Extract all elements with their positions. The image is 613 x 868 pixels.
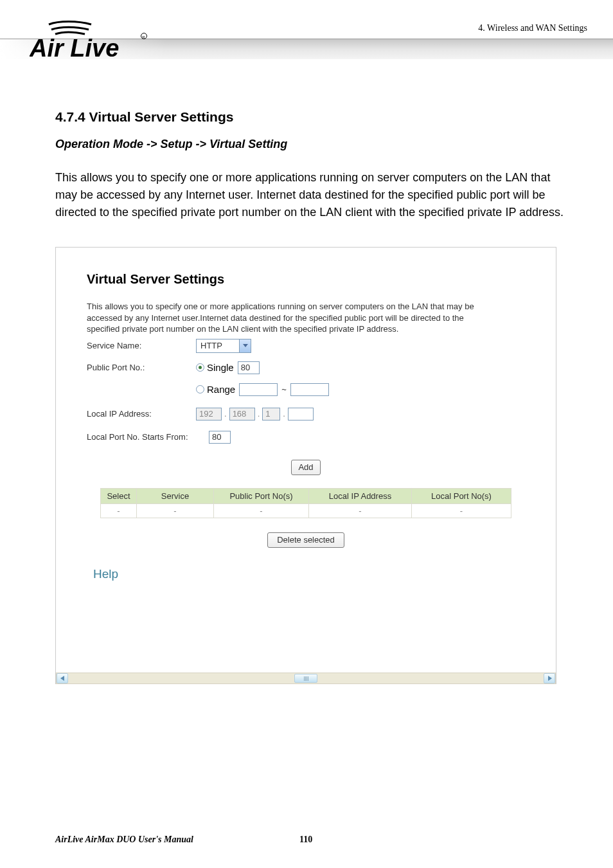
service-name-value: HTTP <box>197 339 239 352</box>
public-port-range-to[interactable] <box>290 383 329 396</box>
local-ip-octet3 <box>262 408 280 420</box>
local-port-label: Local Port No. Starts From: <box>87 432 209 442</box>
scroll-right-button[interactable] <box>544 673 555 683</box>
col-service: Service <box>137 488 214 503</box>
scroll-track[interactable] <box>68 673 544 683</box>
settings-description: This allows you to specify one or more a… <box>87 301 498 335</box>
local-port-input[interactable] <box>209 431 231 444</box>
service-name-label: Service Name: <box>87 341 196 350</box>
tilde-separator: ~ <box>278 384 290 394</box>
delete-selected-button[interactable]: Delete selected <box>267 532 344 548</box>
svg-text:R: R <box>142 35 145 39</box>
section-title: 4.7.4 Virtual Server Settings <box>55 109 569 125</box>
settings-heading: Virtual Server Settings <box>87 272 525 287</box>
col-select: Select <box>101 488 137 503</box>
scroll-grip[interactable] <box>294 674 317 683</box>
content: 4.7.4 Virtual Server Settings Operation … <box>55 109 569 684</box>
footer-page-number: 110 <box>299 835 312 845</box>
table-header-row: Select Service Public Port No(s) Local I… <box>101 488 511 503</box>
chevron-down-icon[interactable] <box>239 339 251 352</box>
public-port-label: Public Port No.: <box>87 363 196 372</box>
col-local-port: Local Port No(s) <box>412 488 511 503</box>
cell-service: - <box>137 503 214 518</box>
public-port-range-from[interactable] <box>239 383 278 396</box>
cell-local-port: - <box>412 503 511 518</box>
breadcrumb: Operation Mode -> Setup -> Virtual Setti… <box>55 138 569 151</box>
public-port-single-label: Single <box>207 362 234 373</box>
local-ip-octet2 <box>229 408 255 420</box>
virtual-server-table: Select Service Public Port No(s) Local I… <box>100 488 511 518</box>
logo: Air Live R <box>30 17 152 63</box>
local-ip-octet4[interactable] <box>288 408 314 420</box>
col-local-ip: Local IP Address <box>309 488 412 503</box>
public-port-single-radio[interactable] <box>196 363 204 372</box>
local-ip-octet1 <box>196 408 222 420</box>
public-port-range-radio[interactable] <box>196 385 204 393</box>
intro-paragraph: This allows you to specify one or more a… <box>55 169 569 221</box>
section-label: 4. Wireless and WAN Settings <box>478 23 587 33</box>
col-public-port: Public Port No(s) <box>214 488 309 503</box>
cell-select: - <box>101 503 137 518</box>
horizontal-scrollbar[interactable] <box>56 673 556 684</box>
local-ip-label: Local IP Address: <box>87 409 196 419</box>
cell-local-ip: - <box>309 503 412 518</box>
help-link[interactable]: Help <box>93 567 525 581</box>
page-footer: AirLive AirMax DUO User's Manual 110 <box>55 835 569 845</box>
add-button[interactable]: Add <box>291 460 320 475</box>
public-port-single-input[interactable] <box>238 361 260 374</box>
scroll-left-button[interactable] <box>57 673 68 683</box>
settings-panel: Virtual Server Settings This allows you … <box>55 247 556 684</box>
cell-public-port: - <box>214 503 309 518</box>
public-port-range-label: Range <box>207 384 235 395</box>
table-row: - - - - - <box>101 503 511 518</box>
svg-text:Air Live: Air Live <box>30 35 119 62</box>
footer-title: AirLive AirMax DUO User's Manual <box>55 835 193 845</box>
service-name-select[interactable]: HTTP <box>196 339 251 353</box>
